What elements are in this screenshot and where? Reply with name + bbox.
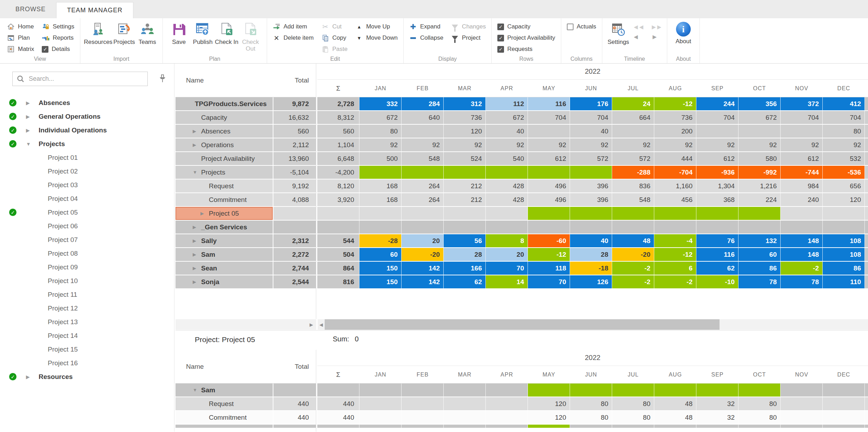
chevron-right-icon[interactable]: ▶ [193, 129, 196, 134]
month-value-cell[interactable]: 368 [696, 193, 738, 206]
delete-item-button[interactable]: ✕ Delete item [271, 32, 315, 44]
month-value-cell[interactable]: 672 [738, 111, 781, 124]
month-value-cell[interactable]: 32 [696, 411, 738, 424]
collapse-button[interactable]: Collapse [408, 32, 445, 44]
plan-button[interactable]: Plan [6, 32, 35, 44]
month-value-cell[interactable]: 80 [738, 411, 781, 424]
details-toggle[interactable]: ✓ Details [40, 44, 75, 55]
month-value-cell[interactable] [781, 125, 823, 138]
month-value-cell[interactable]: 704 [823, 111, 865, 124]
month-column-header[interactable]: APR [486, 85, 528, 92]
tree-item[interactable]: Project 13 [0, 315, 174, 329]
month-value-cell[interactable]: 332 [359, 97, 402, 110]
month-value-cell[interactable]: 540 [486, 152, 528, 165]
tree-item[interactable]: ✓▶Individual Operations [0, 123, 174, 137]
month-value-cell[interactable]: 118 [528, 262, 570, 275]
month-value-cell[interactable]: 80 [612, 411, 654, 424]
month-value-cell[interactable]: 548 [402, 152, 444, 165]
month-value-cell[interactable] [402, 166, 444, 179]
month-value-cell[interactable]: 92 [738, 138, 781, 151]
month-value-cell[interactable] [781, 384, 823, 397]
tree-item[interactable]: ✓▶General Operations [0, 110, 174, 123]
month-value-cell[interactable] [486, 384, 528, 397]
total-column-header[interactable]: Total [273, 77, 316, 84]
month-value-cell[interactable]: 132 [738, 234, 781, 247]
month-value-cell[interactable] [444, 166, 486, 179]
timeline-fast-back-button[interactable]: ◀◀ [634, 24, 645, 30]
check-out-button[interactable]: Check Out [239, 21, 263, 52]
tab-team-manager[interactable]: TEAM MANAGER [56, 2, 133, 18]
month-value-cell[interactable] [486, 411, 528, 424]
month-value-cell[interactable]: 120 [823, 193, 865, 206]
month-value-cell[interactable] [402, 425, 444, 428]
month-value-cell[interactable]: -20 [612, 248, 654, 261]
month-column-header[interactable]: JUL [612, 372, 654, 378]
tree-item[interactable]: Project 12 [0, 301, 174, 315]
tree-item[interactable]: Project 14 [0, 329, 174, 342]
month-value-cell[interactable]: 62 [696, 262, 738, 275]
month-value-cell[interactable]: 80 [570, 397, 612, 410]
month-value-cell[interactable]: 60 [738, 248, 781, 261]
month-value-cell[interactable]: 92 [444, 138, 486, 151]
month-value-cell[interactable] [359, 411, 402, 424]
month-value-cell[interactable] [696, 207, 738, 220]
month-value-cell[interactable]: 1,216 [738, 179, 781, 192]
month-value-cell[interactable]: 40 [570, 234, 612, 247]
month-value-cell[interactable] [612, 125, 654, 138]
tree-item[interactable]: Project 16 [0, 356, 174, 370]
timeline-forward-button[interactable]: ▶ [652, 34, 658, 40]
month-column-header[interactable]: Σ [317, 371, 359, 379]
tree-item[interactable]: Project 07 [0, 233, 174, 247]
month-value-cell[interactable] [823, 207, 865, 220]
month-value-cell[interactable]: 396 [570, 193, 612, 206]
month-value-cell[interactable] [654, 207, 696, 220]
month-value-cell[interactable]: 92 [612, 138, 654, 151]
month-value-cell[interactable]: 640 [402, 111, 444, 124]
month-value-cell[interactable]: 110 [823, 275, 865, 288]
year-header[interactable]: 2022 [317, 64, 868, 80]
month-value-cell[interactable]: 412 [823, 97, 865, 110]
month-value-cell[interactable]: 80 [823, 125, 865, 138]
month-value-cell[interactable]: -2 [612, 262, 654, 275]
month-value-cell[interactable]: -12 [528, 248, 570, 261]
month-value-cell[interactable]: 176 [570, 97, 612, 110]
month-value-cell[interactable]: 80 [738, 397, 781, 410]
month-value-cell[interactable]: -60 [528, 234, 570, 247]
month-value-cell[interactable]: 126 [570, 275, 612, 288]
month-value-cell[interactable] [486, 397, 528, 410]
month-value-cell[interactable]: 70 [528, 275, 570, 288]
month-value-cell[interactable]: 168 [359, 193, 402, 206]
month-value-cell[interactable] [823, 425, 865, 428]
month-value-cell[interactable]: 264 [402, 179, 444, 192]
columns-actuals-toggle[interactable]: Actuals [565, 21, 598, 32]
month-value-cell[interactable] [486, 207, 528, 220]
month-value-cell[interactable] [823, 411, 865, 424]
row-name-cell[interactable]: Project Availability [175, 152, 273, 165]
row-name-cell[interactable]: ▶Operations [175, 138, 273, 151]
month-value-cell[interactable]: 14 [486, 275, 528, 288]
row-name-cell[interactable]: ▼Sam [175, 384, 273, 397]
month-value-cell[interactable]: 112 [486, 97, 528, 110]
chevron-right-icon[interactable]: ▶ [193, 142, 196, 148]
month-value-cell[interactable]: 148 [781, 234, 823, 247]
row-name-cell[interactable]: Request [175, 179, 273, 192]
month-column-header[interactable]: NOV [781, 372, 823, 378]
month-value-cell[interactable]: 62 [444, 275, 486, 288]
month-value-cell[interactable] [359, 397, 402, 410]
month-value-cell[interactable] [359, 425, 402, 428]
tree-item[interactable]: Project 01 [0, 151, 174, 164]
rows-capacity-toggle[interactable]: ✓ Capacity [496, 21, 557, 32]
month-value-cell[interactable]: 524 [444, 152, 486, 165]
publish-button[interactable]: Publish [191, 21, 215, 52]
month-value-cell[interactable] [781, 207, 823, 220]
month-value-cell[interactable] [402, 125, 444, 138]
month-column-header[interactable]: DEC [823, 372, 865, 378]
search-input[interactable] [29, 75, 131, 83]
month-value-cell[interactable] [359, 207, 402, 220]
month-column-header[interactable]: AUG [654, 85, 696, 92]
month-value-cell[interactable]: 284 [402, 97, 444, 110]
month-value-cell[interactable]: 150 [359, 275, 402, 288]
month-value-cell[interactable] [612, 384, 654, 397]
month-column-header[interactable]: NOV [781, 85, 823, 92]
month-column-header[interactable]: MAR [444, 372, 486, 378]
